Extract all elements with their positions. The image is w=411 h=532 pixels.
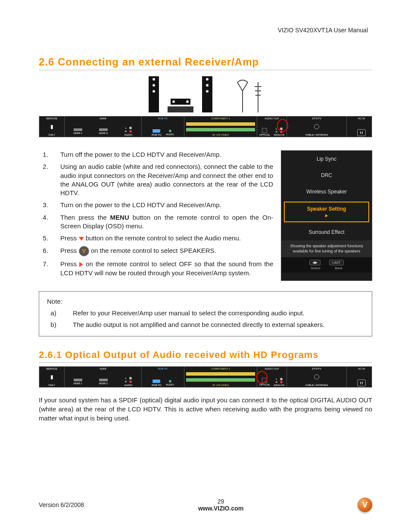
osd-item-drc: DRC <box>281 167 372 184</box>
step-4: Then press the MENU button on the remote… <box>50 213 273 231</box>
speakers-illustration <box>39 76 372 112</box>
arrow-down-icon <box>79 237 84 241</box>
step-2: Using an audio cable (white and red conn… <box>50 162 273 197</box>
osd-last-button: LAST <box>329 260 344 265</box>
label-dtvtv: DTV/TV <box>312 117 321 120</box>
label-component1: COMPONENT 1 <box>211 117 230 120</box>
footer-url: www.VIZIO.com <box>198 505 243 512</box>
label-hdmi2: HDMI 2 <box>99 132 107 134</box>
page-footer: Version 6/2/2008 29 www.VIZIO.com V <box>39 498 372 512</box>
step-7: Press on the remote control to select OF… <box>50 260 273 277</box>
label-audio-out: AUDIO OUT <box>265 117 279 120</box>
footer-version: Version 6/2/2008 <box>39 501 84 508</box>
step-5: Press button on the remote control to se… <box>50 234 273 243</box>
rear-panel-diagram-1: SERVICE ▮ ONLY HDMI HDMI 1 HDMI 2 L R AU… <box>39 116 372 137</box>
instruction-list: Turn off the power to the LCD HDTV and R… <box>39 150 273 277</box>
note-label-a: a) <box>47 309 60 317</box>
note-box: Note: a) Refer to your Receiver/Amp user… <box>39 291 372 336</box>
label-hdmi1: HDMI 1 <box>73 132 82 134</box>
note-text-a: Refer to your Receiver/Amp user manual t… <box>73 309 305 317</box>
osd-footer-text: Showing the speaker adjustment functions… <box>281 240 372 257</box>
footer-page-number: 29 <box>218 498 224 505</box>
step-3: Turn on the power to the LCD HDTV and Re… <box>50 201 273 209</box>
speaker-tower-right-icon <box>202 76 212 112</box>
step-1: Turn off the power to the LCD HDTV and R… <box>50 150 273 159</box>
vizio-logo-icon: V <box>358 498 372 512</box>
manual-page: VIZIO SV420XVT1A User Manual 2.6 Connect… <box>0 0 411 532</box>
osd-label-select: Select <box>311 266 320 270</box>
osd-item-surround-effect: Surround Effect <box>281 224 372 240</box>
v-button-icon: V <box>79 246 89 256</box>
note-title: Note: <box>47 298 364 305</box>
label-hdmi: HDMI <box>100 117 106 120</box>
note-text-b: The audio output is not amplified and ca… <box>73 321 325 328</box>
speaker-tower-left-icon <box>149 76 159 112</box>
osd-nav-button: ◀▶ <box>309 260 321 265</box>
section-heading: 2.6 Connecting an external Receiver/Amp <box>39 56 372 70</box>
osd-label-back: Back <box>335 266 342 270</box>
subsection-heading: 2.6.1 Optical Output of Audio received w… <box>39 349 372 363</box>
label-cable: CABLE / ANTENNA <box>305 134 328 136</box>
label-service: SERVICE <box>46 117 57 120</box>
note-label-b: b) <box>47 321 60 328</box>
header-manual-title: VIZIO SV420XVT1A User Manual <box>278 27 368 34</box>
label-audio: AUDIO <box>125 134 133 136</box>
arrow-right-icon <box>79 262 83 267</box>
label-av: AV 1/S-VIDEO <box>212 134 229 136</box>
rear-panel-diagram-2: SERVICE ▮ ONLY HDMI HDMI 1 HDMI 2 L R AU… <box>39 366 372 388</box>
center-amp-icon <box>168 99 193 112</box>
label-rgb-pc: RGB PC <box>158 117 168 120</box>
optical-out-highlight-icon <box>256 371 268 384</box>
label-only: ONLY <box>48 134 55 136</box>
antenna-icon <box>234 78 262 112</box>
subsection-paragraph: If your sound system has a SPDIF (optica… <box>39 395 372 423</box>
osd-item-lip-sync: Lip Sync <box>281 151 372 167</box>
label-ac-in: AC IN <box>358 117 365 120</box>
osd-item-speaker-setting: Speaker Setting ▶ <box>284 202 369 222</box>
osd-panel: Lip Sync DRC Wireless Speaker Speaker Se… <box>281 150 372 281</box>
step-6: Press V on the remote control to select … <box>50 246 273 256</box>
play-icon: ▶ <box>325 214 328 218</box>
osd-item-wireless-speaker: Wireless Speaker <box>281 184 372 200</box>
